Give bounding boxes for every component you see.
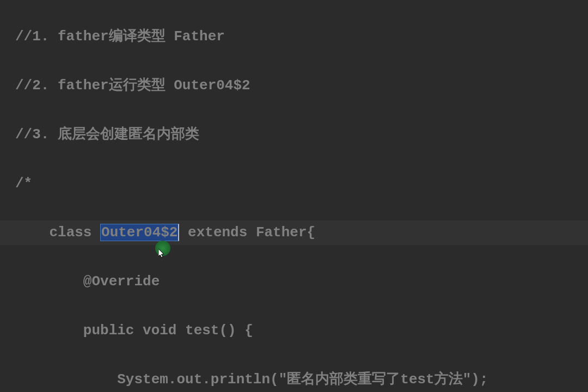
comment-text: "匿名内部类重写了test方法" (279, 371, 471, 388)
comment-text: //3. 底层会创建匿名内部类 (15, 126, 199, 143)
code-editor[interactable]: //1. father编译类型 Father //2. father运行类型 O… (0, 0, 588, 392)
code-line[interactable]: System.out.println("匿名内部类重写了test方法"); (0, 367, 588, 392)
comment-text: class (49, 224, 100, 241)
comment-text: /* (15, 175, 32, 192)
comment-text: extends Father{ (179, 224, 315, 241)
selected-text: Outer04$2 (100, 224, 179, 241)
comment-text: System.out.println( (15, 371, 279, 388)
code-line[interactable]: //1. father编译类型 Father (0, 24, 588, 49)
mouse-pointer-icon (158, 244, 166, 268)
code-line[interactable]: /* (0, 171, 588, 196)
comment-text: //1. father编译类型 Father (15, 28, 225, 45)
comment-text: ); (471, 371, 488, 388)
code-line[interactable]: @Override (0, 270, 588, 294)
code-line[interactable]: //2. father运行类型 Outer04$2 (0, 74, 588, 98)
comment-text: public void test() { (15, 322, 253, 339)
code-line[interactable]: public void test() { (0, 318, 588, 343)
code-line[interactable]: //3. 底层会创建匿名内部类 (0, 122, 588, 147)
comment-text: @Override (15, 273, 160, 290)
comment-text: //2. father运行类型 Outer04$2 (15, 77, 250, 94)
comment-text (15, 224, 49, 241)
code-line-highlighted[interactable]: class Outer04$2 extends Father{ (0, 220, 588, 245)
